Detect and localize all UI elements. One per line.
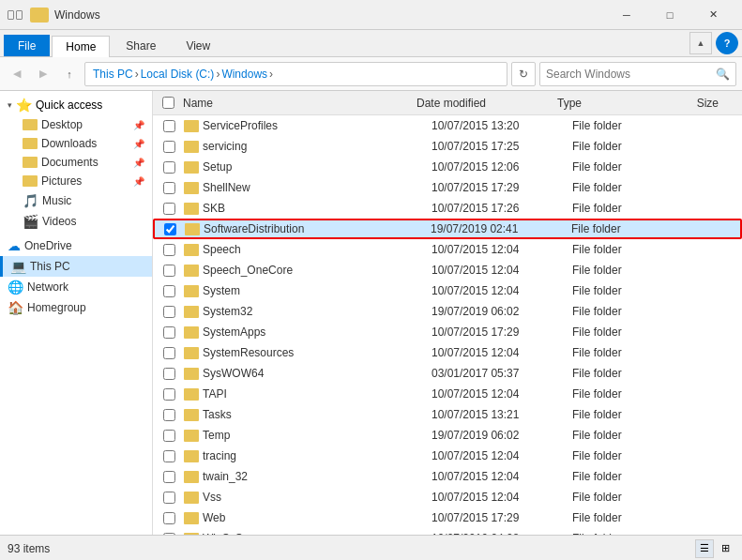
row-name[interactable]: Speech_OneCore: [180, 264, 428, 277]
row-checkbox[interactable]: [163, 430, 175, 442]
table-row[interactable]: ShellNew 10/07/2015 17:29 File folder: [153, 177, 742, 198]
up-button[interactable]: ↑: [58, 63, 81, 85]
tab-share[interactable]: Share: [112, 35, 170, 56]
table-row[interactable]: SystemApps 10/07/2015 17:29 File folder: [153, 322, 742, 342]
row-name[interactable]: ServiceProfiles: [180, 119, 428, 132]
row-check[interactable]: [158, 182, 180, 194]
row-name[interactable]: Web: [180, 511, 428, 524]
row-name[interactable]: SysWOW64: [180, 367, 428, 380]
quick-access-header[interactable]: ▾ ⭐ Quick access: [0, 95, 152, 115]
row-check[interactable]: [158, 533, 180, 536]
row-checkbox[interactable]: [163, 306, 175, 318]
sidebar-item-homegroup[interactable]: 🏠 Homegroup: [0, 297, 152, 318]
row-check[interactable]: [158, 141, 180, 153]
table-row[interactable]: Speech_OneCore 10/07/2015 12:04 File fol…: [153, 260, 742, 280]
row-name[interactable]: SystemResources: [180, 346, 428, 359]
row-name[interactable]: twain_32: [180, 470, 428, 483]
sidebar-item-downloads[interactable]: Downloads 📌: [0, 134, 152, 153]
row-name[interactable]: ShellNew: [180, 181, 428, 194]
file-list[interactable]: ServiceProfiles 10/07/2015 13:20 File fo…: [153, 115, 742, 535]
minimize-button[interactable]: ─: [605, 0, 648, 30]
row-name[interactable]: Temp: [180, 429, 428, 442]
row-name[interactable]: System: [180, 284, 428, 297]
row-checkbox[interactable]: [163, 326, 175, 339]
forward-button[interactable]: ▶: [32, 63, 54, 85]
row-check[interactable]: [159, 223, 181, 235]
sidebar-item-thispc[interactable]: 💻 This PC: [0, 256, 152, 277]
path-windows[interactable]: Windows: [221, 68, 267, 81]
sidebar-item-pictures[interactable]: Pictures 📌: [0, 172, 152, 190]
details-view-button[interactable]: ☰: [695, 539, 714, 558]
large-icon-view-button[interactable]: ⊞: [716, 539, 734, 558]
row-check[interactable]: [158, 409, 180, 421]
select-all-checkbox[interactable]: [162, 97, 174, 109]
row-checkbox[interactable]: [163, 285, 175, 297]
sidebar-item-documents[interactable]: Documents 📌: [0, 153, 152, 172]
ribbon-collapse-button[interactable]: ▲: [689, 32, 712, 54]
header-type[interactable]: Type: [553, 97, 657, 110]
tab-file[interactable]: File: [4, 35, 50, 56]
row-name[interactable]: SystemApps: [180, 325, 428, 339]
path-this-pc[interactable]: This PC: [93, 68, 133, 81]
tab-view[interactable]: View: [172, 35, 224, 56]
row-name[interactable]: TAPI: [180, 387, 428, 401]
row-check[interactable]: [158, 306, 180, 318]
row-checkbox[interactable]: [164, 223, 176, 235]
row-name[interactable]: tracing: [180, 449, 428, 462]
table-row[interactable]: SKB 10/07/2015 17:26 File folder: [153, 198, 742, 219]
sidebar-item-network[interactable]: 🌐 Network: [0, 277, 152, 297]
close-button[interactable]: ✕: [691, 0, 734, 30]
path-local-disk[interactable]: Local Disk (C:): [141, 68, 215, 81]
row-check[interactable]: [158, 512, 180, 524]
row-checkbox[interactable]: [163, 450, 175, 462]
row-checkbox[interactable]: [163, 409, 175, 421]
help-button[interactable]: ?: [716, 32, 738, 54]
sidebar-item-desktop[interactable]: Desktop 📌: [0, 115, 152, 134]
row-checkbox[interactable]: [163, 120, 175, 132]
table-row[interactable]: SystemResources 10/07/2015 12:04 File fo…: [153, 342, 742, 363]
tab-home[interactable]: Home: [52, 36, 110, 57]
header-name[interactable]: Name: [179, 97, 413, 110]
table-row[interactable]: TAPI 10/07/2015 12:04 File folder: [153, 384, 742, 404]
header-check[interactable]: [157, 97, 179, 109]
search-icon[interactable]: 🔍: [716, 68, 730, 81]
row-check[interactable]: [158, 347, 180, 359]
refresh-button[interactable]: ↻: [511, 62, 536, 86]
sidebar-item-music[interactable]: 🎵 Music: [0, 190, 152, 211]
row-check[interactable]: [158, 285, 180, 297]
row-check[interactable]: [158, 326, 180, 339]
table-row[interactable]: ServiceProfiles 10/07/2015 13:20 File fo…: [153, 115, 742, 136]
row-checkbox[interactable]: [163, 368, 175, 380]
row-name[interactable]: SKB: [180, 202, 428, 215]
row-name[interactable]: Setup: [180, 160, 428, 174]
table-row[interactable]: WinSxS 19/07/2019 04:08 File folder: [153, 528, 742, 535]
row-checkbox[interactable]: [163, 533, 175, 536]
table-row[interactable]: Web 10/07/2015 17:29 File folder: [153, 507, 742, 528]
header-size[interactable]: Size: [657, 97, 722, 110]
table-row[interactable]: Temp 19/07/2019 06:02 File folder: [153, 425, 742, 446]
row-checkbox[interactable]: [163, 265, 175, 277]
row-checkbox[interactable]: [163, 492, 175, 504]
row-name[interactable]: Vss: [180, 491, 428, 504]
row-name[interactable]: Speech: [180, 243, 428, 256]
row-checkbox[interactable]: [163, 141, 175, 153]
table-row[interactable]: Tasks 10/07/2015 13:21 File folder: [153, 404, 742, 425]
table-row[interactable]: System 10/07/2015 12:04 File folder: [153, 280, 742, 301]
search-input[interactable]: [546, 68, 716, 81]
table-row[interactable]: Setup 10/07/2015 12:06 File folder: [153, 157, 742, 177]
sidebar-item-onedrive[interactable]: ☁ OneDrive: [0, 235, 152, 256]
maximize-button[interactable]: □: [648, 0, 691, 30]
table-row[interactable]: tracing 10/07/2015 12:04 File folder: [153, 446, 742, 466]
table-row[interactable]: servicing 10/07/2015 17:25 File folder: [153, 136, 742, 157]
row-checkbox[interactable]: [163, 512, 175, 524]
row-checkbox[interactable]: [163, 161, 175, 174]
table-row[interactable]: twain_32 10/07/2015 12:04 File folder: [153, 466, 742, 487]
row-checkbox[interactable]: [163, 203, 175, 215]
row-name[interactable]: SoftwareDistribution: [181, 222, 427, 235]
row-check[interactable]: [158, 492, 180, 504]
table-row[interactable]: Speech 10/07/2015 12:04 File folder: [153, 239, 742, 260]
row-check[interactable]: [158, 368, 180, 380]
back-button[interactable]: ◀: [6, 63, 28, 85]
table-row[interactable]: SysWOW64 03/01/2017 05:37 File folder: [153, 363, 742, 384]
row-check[interactable]: [158, 471, 180, 483]
